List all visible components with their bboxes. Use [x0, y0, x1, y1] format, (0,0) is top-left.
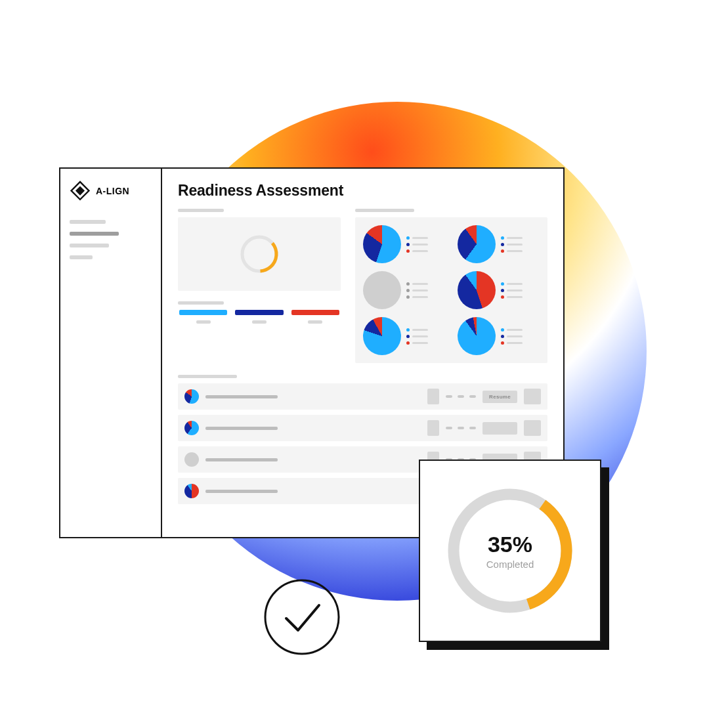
row-status-pie	[184, 421, 199, 435]
checkmark-badge	[263, 578, 341, 656]
sidebar: A-LIGN	[60, 169, 162, 537]
charts-column	[355, 209, 547, 363]
legend-item	[235, 310, 283, 324]
row-title	[205, 395, 278, 398]
brand-logo: A-LIGN	[70, 181, 152, 202]
overall-progress-card	[178, 217, 341, 291]
legend-swatch	[291, 310, 339, 315]
pie-legend	[406, 328, 428, 345]
row-status-pie	[184, 484, 199, 498]
row-chip	[427, 420, 439, 436]
pie-chart	[363, 317, 401, 355]
pie-legend	[501, 328, 523, 345]
sidebar-item[interactable]	[70, 255, 93, 259]
pie-chart-cell	[458, 225, 540, 263]
row-title	[205, 490, 278, 493]
sidebar-item[interactable]	[70, 244, 109, 247]
section-label	[178, 301, 224, 305]
row-action-icon[interactable]	[524, 420, 541, 436]
legend-label	[196, 320, 211, 324]
pie-chart	[458, 225, 496, 263]
table-row[interactable]: Resume	[178, 415, 547, 441]
legend-item	[291, 310, 339, 324]
row-chip	[427, 389, 439, 404]
progress-ring	[441, 482, 579, 620]
legend-label	[252, 320, 267, 324]
svg-point-4	[265, 580, 339, 654]
progress-card: 35% Completed	[419, 460, 601, 642]
section-label	[355, 209, 414, 212]
svg-rect-1	[75, 186, 85, 196]
row-meta	[446, 427, 476, 429]
row-status-pie	[184, 452, 199, 467]
overview-column	[178, 209, 341, 363]
pie-chart	[363, 225, 401, 263]
pie-legend	[406, 236, 428, 253]
row-title	[205, 427, 278, 430]
pie-chart-cell	[363, 317, 445, 355]
pie-legend	[406, 282, 428, 299]
legend-swatch	[179, 310, 227, 315]
svg-point-3	[238, 233, 280, 275]
row-meta	[446, 395, 476, 398]
row-status-pie	[184, 389, 199, 404]
brand-logo-icon	[70, 181, 91, 202]
row-action-icon[interactable]	[524, 389, 541, 404]
pie-chart	[458, 317, 496, 355]
category-legend	[178, 301, 341, 324]
pie-chart-cell	[363, 225, 445, 263]
pie-chart-cell	[458, 317, 540, 355]
pie-chart	[363, 271, 401, 309]
page-title: Readiness Assessment	[178, 182, 547, 200]
sidebar-item[interactable]	[70, 220, 106, 224]
legend-swatch	[235, 310, 283, 315]
pie-chart-cell	[458, 271, 540, 309]
overall-progress-ring	[238, 233, 280, 275]
pie-chart	[458, 271, 496, 309]
brand-name: A-LIGN	[96, 186, 129, 196]
pie-chart-cell	[363, 271, 445, 309]
pie-charts-card	[355, 217, 547, 363]
svg-point-6	[441, 482, 579, 620]
legend-label	[308, 320, 322, 324]
table-row[interactable]: Resume	[178, 383, 547, 410]
legend-item	[179, 310, 227, 324]
section-label	[178, 209, 224, 212]
pie-legend	[501, 282, 523, 299]
section-label	[178, 375, 237, 378]
resume-button[interactable]: Resume	[482, 391, 517, 403]
pie-legend	[501, 236, 523, 253]
resume-button[interactable]: Resume	[482, 422, 517, 435]
row-title	[205, 458, 278, 461]
sidebar-item-active[interactable]	[70, 232, 119, 236]
